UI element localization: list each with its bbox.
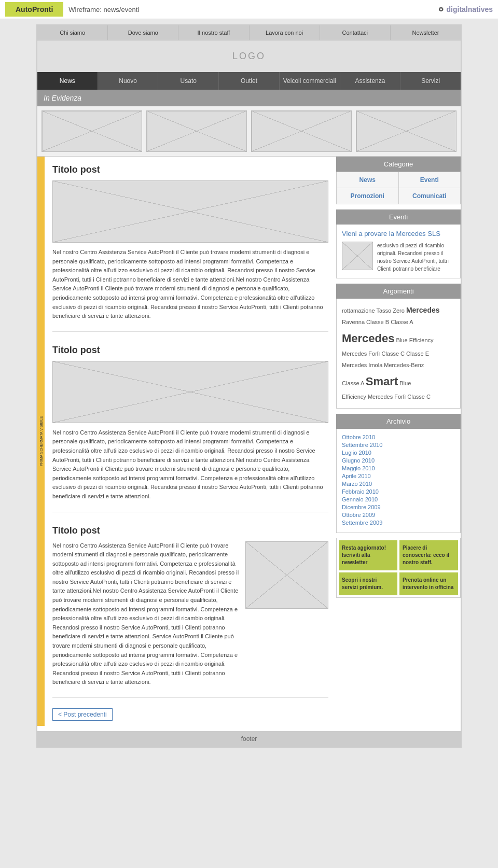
sidebar-categorie: Categorie News Eventi Promozioni Comunic… [336,157,461,204]
eventi-header: Eventi [336,209,461,225]
featured-images [37,106,461,157]
post-1: Titolo post Nel nostro Centro Assistenza… [52,164,328,332]
cta-grid: Resta aggiornato! Iscriviti alla newslet… [336,538,461,598]
post-3-inline: Nel nostro Centro Assistenza Service Aut… [52,541,328,688]
categorie-header: Categorie [336,157,461,172]
post-nav: < Post precedenti [52,711,328,718]
post-3-image[interactable] [245,541,328,609]
argomenti-body: rottamazione Tasso Zero Mercedes Ravenna… [336,299,461,409]
nav-il-nostro-staff[interactable]: Il nostro staff [178,25,249,40]
archivio-ottobre-2009[interactable]: Ottobre 2009 [342,512,455,518]
nav-chi-siamo[interactable]: Chi siamo [37,25,108,40]
brand-logo: ⭘ digitalnatives [437,5,493,13]
content-area: PRIMA SCHERMATA VISIBILE Titolo post Nel… [37,157,461,726]
sidebar-cta: Resta aggiornato! Iscriviti alla newslet… [336,538,461,598]
featured-img-2[interactable] [146,110,247,152]
post-1-text: Nel nostro Centro Assistenza Service Aut… [52,248,328,321]
sidebar-eventi: Eventi Vieni a provare la Mercedes SLS e… [336,209,461,278]
cta-servizi[interactable]: Scopri i nostri servizi prèmium. [339,572,397,595]
cat-comunicati[interactable]: Comunicati [399,188,461,204]
post-2-title: Titolo post [52,345,328,356]
footer: footer [37,731,461,747]
archivio-settembre-2010[interactable]: Settembre 2010 [342,442,455,448]
logo-text: LOGO [232,51,266,61]
page-wrapper: Chi siamo Dove siamo Il nostro staff Lav… [36,24,462,748]
eventi-thumb [342,242,373,270]
main-nav-nuovo[interactable]: Nuovo [98,72,159,90]
argomenti-header: Argomenti [336,284,461,299]
main-nav-assistenza[interactable]: Assistenza [340,72,401,90]
archivio-aprile-2010[interactable]: Aprile 2010 [342,473,455,479]
cat-news[interactable]: News [337,172,398,188]
archivio-marzo-2010[interactable]: Marzo 2010 [342,481,455,487]
nav-newsletter[interactable]: Newsletter [391,25,461,40]
archivio-maggio-2010[interactable]: Maggio 2010 [342,465,455,471]
cta-prenota[interactable]: Prenota online un intervento in officina [399,572,458,595]
in-evidenza-bar: In Evidenza [37,90,461,106]
archivio-body: Ottobre 2010 Settembre 2010 Luglio 2010 … [336,429,461,533]
cta-staff[interactable]: Piacere di conoscerla: ecco il nostro st… [399,540,458,570]
main-nav-veicoli[interactable]: Veicoli commerciali [280,72,340,90]
cat-promozioni[interactable]: Promozioni [337,188,398,204]
main-content: Titolo post Nel nostro Centro Assistenza… [45,157,336,726]
archivio-febbraio-2010[interactable]: Febbraio 2010 [342,488,455,495]
cat-eventi[interactable]: Eventi [399,172,461,188]
featured-img-4[interactable] [356,110,457,152]
main-nav: News Nuovo Usato Outlet Veicoli commerci… [37,72,461,90]
wireframe-label: Wireframe: news/eventi [68,6,437,13]
nav-dove-siamo[interactable]: Dove siamo [108,25,178,40]
logo-area: LOGO [37,40,461,72]
archivio-ottobre-2010[interactable]: Ottobre 2010 [342,434,455,440]
cta-newsletter[interactable]: Resta aggiornato! Iscriviti alla newslet… [339,540,397,570]
post-2-image[interactable] [52,361,328,423]
in-evidenza-label: In Evidenza [44,94,81,102]
archivio-luglio-2010[interactable]: Luglio 2010 [342,450,455,456]
post-3-title: Titolo post [52,525,328,536]
top-bar: AutoPronti Wireframe: news/eventi ⭘ digi… [0,0,498,19]
sidebar-argomenti: Argomenti rottamazione Tasso Zero Merced… [336,284,461,409]
main-nav-news[interactable]: News [37,72,98,90]
eventi-title[interactable]: Vieni a provare la Mercedes SLS [342,230,455,237]
archivio-giugno-2010[interactable]: Giugno 2010 [342,457,455,464]
archivio-gennaio-2010[interactable]: Gennaio 2010 [342,496,455,502]
sidebar: Categorie News Eventi Promozioni Comunic… [336,157,461,726]
post-2: Titolo post Nel nostro Centro Assistenza… [52,345,328,512]
eventi-body: Vieni a provare la Mercedes SLS esclusiv… [336,225,461,278]
post-1-title: Titolo post [52,164,328,175]
footer-text: footer [241,735,257,743]
app-title: AutoPronti [5,2,63,17]
top-nav: Chi siamo Dove siamo Il nostro staff Lav… [37,25,461,40]
archivio-settembre-2009[interactable]: Settembre 2009 [342,520,455,526]
main-nav-outlet[interactable]: Outlet [219,72,280,90]
categorie-grid: News Eventi Promozioni Comunicati [336,172,461,204]
eventi-item: esclusivo di pezzi di ricambio originali… [342,242,455,273]
nav-contattaci[interactable]: Contattaci [320,25,391,40]
post-3: Titolo post Nel nostro Centro Assistenza… [52,525,328,698]
archivio-dicembre-2009[interactable]: Dicembre 2009 [342,504,455,510]
post-3-text-left: Nel nostro Centro Assistenza Service Aut… [52,541,239,688]
side-label: PRIMA SCHERMATA VISIBILE [37,157,45,726]
eventi-desc: esclusivo di pezzi di ricambio originali… [377,242,455,273]
sidebar-archivio: Archivio Ottobre 2010 Settembre 2010 Lug… [336,414,461,533]
main-nav-usato[interactable]: Usato [158,72,219,90]
main-nav-servizi[interactable]: Servizi [400,72,461,90]
archivio-header: Archivio [336,414,461,429]
post-1-image[interactable] [52,180,328,243]
featured-img-3[interactable] [251,110,352,152]
post-2-text: Nel nostro Centro Assistenza Service Aut… [52,428,328,501]
nav-lavora-con-noi[interactable]: Lavora con noi [250,25,320,40]
featured-img-1[interactable] [42,110,142,152]
post-prev-link[interactable]: < Post precedenti [52,708,113,721]
